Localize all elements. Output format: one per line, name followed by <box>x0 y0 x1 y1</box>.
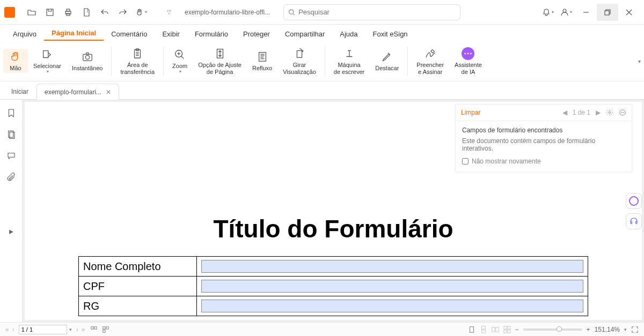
maximize-button[interactable] <box>597 4 618 21</box>
hand-dropdown-icon[interactable] <box>135 6 147 18</box>
zoom-out-icon[interactable]: − <box>515 326 519 333</box>
bell-icon[interactable] <box>542 6 554 18</box>
new-doc-icon[interactable] <box>80 6 92 18</box>
hand-icon <box>9 50 23 64</box>
menu-proteger[interactable]: Proteger <box>236 28 277 41</box>
table-row: Nome Completo <box>79 257 588 277</box>
save-icon[interactable] <box>44 6 56 18</box>
bookmark-icon[interactable] <box>6 108 16 118</box>
tool-area-transferencia[interactable]: Área de transferência <box>115 46 160 76</box>
page-indicator: 1 de 1 <box>573 109 590 116</box>
tool-assistente-ia[interactable]: ⋯ Assistente de IA <box>449 46 487 76</box>
svg-rect-19 <box>91 326 93 328</box>
last-page-icon[interactable]: » <box>82 326 85 333</box>
menu-ajuda[interactable]: Ajuda <box>332 28 365 41</box>
fullscreen-icon[interactable] <box>631 326 639 333</box>
tool-refluxo[interactable]: Refluxo <box>247 49 277 73</box>
support-float-button[interactable] <box>626 213 642 229</box>
thumbs-icon[interactable] <box>90 326 98 333</box>
close-tab-icon[interactable]: ✕ <box>106 88 111 96</box>
tool-label: Refluxo <box>252 65 272 72</box>
menu-arquivo[interactable]: Arquivo <box>5 28 44 41</box>
svg-rect-29 <box>503 326 506 328</box>
page-dropdown-icon[interactable]: ▾ <box>69 327 72 332</box>
field-label: Nome Completo <box>79 257 197 277</box>
svg-rect-28 <box>495 327 498 332</box>
tool-selecionar[interactable]: Selecionar ▾ <box>28 47 67 76</box>
prev-icon[interactable]: ◀ <box>562 109 567 116</box>
tool-girar[interactable]: Girar Visualização <box>277 46 321 76</box>
undo-icon[interactable] <box>99 6 111 18</box>
menu-compartilhar[interactable]: Compartilhar <box>277 28 332 41</box>
tool-zoom[interactable]: Zoom ▾ <box>167 47 193 76</box>
ai-float-button[interactable] <box>626 193 642 209</box>
svg-rect-13 <box>259 53 266 62</box>
minimize-panel-icon[interactable] <box>619 109 626 116</box>
checkbox-label: Não mostrar novamente <box>472 158 541 165</box>
expand-sidebar-icon[interactable]: ▸ <box>9 226 13 236</box>
zoom-slider[interactable] <box>523 328 582 331</box>
attachments-icon[interactable] <box>6 173 16 182</box>
menu-pagina-inicial[interactable]: Página Inicial <box>44 27 104 41</box>
view-facing-icon[interactable] <box>492 326 499 333</box>
search-box[interactable] <box>283 4 460 20</box>
field-label: RG <box>79 296 197 316</box>
history-dropdown-icon[interactable]: ▽ <box>163 6 175 18</box>
fit-page-icon <box>213 47 227 61</box>
thumbs2-icon[interactable] <box>102 326 109 333</box>
tab-label: Iniciar <box>11 88 28 95</box>
print-icon[interactable] <box>62 6 74 18</box>
clear-link[interactable]: Limpar <box>461 109 481 116</box>
tool-mao[interactable]: Mão <box>3 49 28 73</box>
menu-comentario[interactable]: Comentário <box>104 28 155 41</box>
menu-foxit-esign[interactable]: Foxit eSign <box>365 28 415 41</box>
zoom-in-icon[interactable]: + <box>587 326 590 333</box>
first-page-icon[interactable]: « <box>5 326 9 333</box>
document-title: Título do Formulário <box>78 214 588 243</box>
tool-ajuste-pagina[interactable]: Opção de Ajuste de Página <box>193 46 247 76</box>
open-icon[interactable] <box>26 6 38 18</box>
tool-maquina-escrever[interactable]: Máquina de escrever <box>328 46 370 76</box>
svg-rect-14 <box>297 50 302 57</box>
svg-point-8 <box>85 55 89 59</box>
tool-label: Destacar <box>375 65 399 72</box>
gear-icon[interactable] <box>606 109 613 116</box>
typewriter-icon <box>342 47 356 61</box>
tool-label: Preencher e Assinar <box>416 62 444 75</box>
tool-destacar[interactable]: Destacar <box>370 49 404 73</box>
user-icon[interactable] <box>560 6 572 18</box>
collapse-ribbon-icon[interactable]: ▾ <box>638 58 641 64</box>
tool-instantaneo[interactable]: Instantâneo <box>67 49 108 73</box>
view-facing-cont-icon[interactable] <box>503 326 511 333</box>
form-field-cpf[interactable] <box>201 280 583 293</box>
close-button[interactable] <box>618 4 640 21</box>
field-label: CPF <box>79 277 197 296</box>
prev-page-icon[interactable]: ‹ <box>12 326 14 333</box>
zoom-dropdown-icon[interactable]: ▾ <box>624 327 627 332</box>
checkbox-input[interactable] <box>462 158 469 165</box>
next-page-icon[interactable]: › <box>76 326 78 333</box>
dont-show-checkbox[interactable]: Não mostrar novamente <box>462 158 625 165</box>
view-continuous-icon[interactable] <box>480 326 487 333</box>
svg-rect-23 <box>103 330 105 332</box>
tool-label: Área de transferência <box>120 62 155 75</box>
tool-preencher-assinar[interactable]: Preencher e Assinar <box>411 46 449 76</box>
tool-label: Assistente de IA <box>455 62 482 75</box>
next-icon[interactable]: ▶ <box>596 109 601 116</box>
svg-rect-22 <box>106 326 108 328</box>
page-input[interactable] <box>19 325 67 334</box>
minimize-button[interactable] <box>575 4 597 21</box>
menu-exibir[interactable]: Exibir <box>155 28 187 41</box>
menu-formulario[interactable]: Formulário <box>187 28 236 41</box>
tool-label: Instantâneo <box>72 65 103 72</box>
view-single-icon[interactable] <box>468 326 475 333</box>
tab-document[interactable]: exemplo-formulari... ✕ <box>36 84 119 100</box>
pages-icon[interactable] <box>6 130 16 139</box>
svg-rect-20 <box>94 326 97 328</box>
form-field-rg[interactable] <box>201 300 583 312</box>
comments-icon[interactable] <box>6 151 16 161</box>
tab-iniciar[interactable]: Iniciar <box>3 83 36 99</box>
redo-icon[interactable] <box>117 6 129 18</box>
form-field-nome[interactable] <box>201 260 583 273</box>
search-input[interactable] <box>298 8 456 16</box>
